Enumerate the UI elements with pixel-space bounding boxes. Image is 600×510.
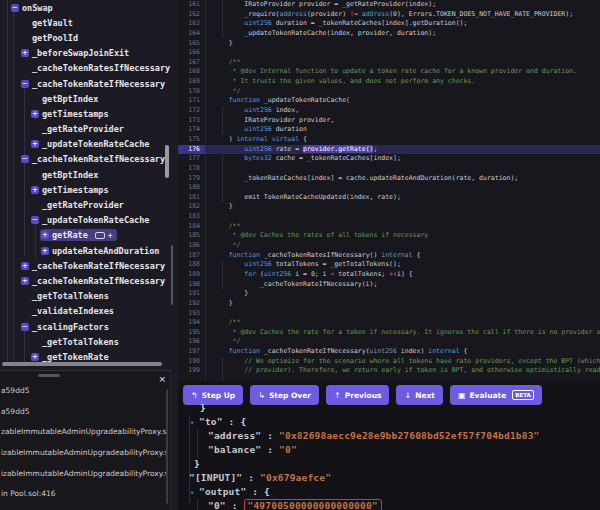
call-trace-item[interactable]: +_cacheTokenRateIfNecessary <box>0 258 178 273</box>
call-inner: _getTotalTokens <box>30 336 123 348</box>
code-text: /** <box>213 222 240 232</box>
expand-icon[interactable]: + <box>31 353 39 361</box>
code-text: // provider). Therefore, we return early… <box>213 366 600 376</box>
expand-icon[interactable]: + <box>31 186 39 194</box>
line-number: 165 <box>178 39 205 49</box>
expand-icon[interactable]: + <box>31 110 39 118</box>
code-text: uint256 duration = _tokenRateCaches[inde… <box>213 19 467 29</box>
call-trace-item[interactable]: −_cacheTokenRateIfNecessary <box>0 76 178 91</box>
collapse-icon[interactable]: − <box>11 4 19 12</box>
call-trace-item[interactable]: −_cacheTokenRateIfNecessary <box>0 152 178 167</box>
call-trace-item[interactable]: _validateIndexes <box>0 304 178 319</box>
json-value: "0x679aefce" <box>260 472 331 483</box>
comment-icon[interactable] <box>95 232 105 239</box>
call-trace-item[interactable]: +getRate+ <box>0 228 178 243</box>
output-value-highlight-box: "49700500000000000000" <box>244 499 382 510</box>
call-trace-label: _getTotalTokens <box>32 291 109 301</box>
json-value: "49700500000000000000" <box>248 500 378 510</box>
code-line: 167 /** <box>178 58 600 68</box>
debug-json-rows: }▾"to" : {"address" : "0x82698aecc9e28e9… <box>178 401 600 510</box>
json-key: "to" <box>199 416 223 427</box>
call-trace-label: onSwap <box>22 3 53 13</box>
call-trace-item[interactable]: _getRateProvider <box>0 122 178 137</box>
line-number: 167 <box>178 58 205 68</box>
evaluate-label: Evaluate <box>470 391 507 400</box>
collapse-arrow-icon[interactable]: ▾ <box>190 486 199 500</box>
call-trace-item[interactable]: getPoolId <box>0 30 178 45</box>
code-text: uint256 rate = provider.getRate(); <box>213 145 377 155</box>
call-trace-item[interactable]: +getTimestamps <box>0 106 178 121</box>
popup-stack-line[interactable]: izableImmutableAdminUpgradeabilityProxy.… <box>1 443 166 464</box>
collapse-icon[interactable]: − <box>21 155 29 163</box>
call-trace-item[interactable]: −onSwap <box>0 0 178 15</box>
call-trace-item[interactable]: _getTotalTokens <box>0 289 178 304</box>
call-trace-item[interactable]: +_updateTokenRateCache <box>0 137 178 152</box>
line-number: 189 <box>178 270 205 280</box>
stack-trace-popup: × a59dd5a59dd5zableImmutableAdminUpgrade… <box>0 370 171 510</box>
call-trace-item[interactable]: getBptIndex <box>0 167 178 182</box>
popup-scrollbar[interactable] <box>166 389 168 504</box>
line-number: 170 <box>178 87 205 97</box>
line-number: 174 <box>178 125 205 135</box>
call-trace-item[interactable]: −_updateTokenRateCache <box>0 213 178 228</box>
call-trace-item[interactable]: _getRateProvider <box>0 197 178 212</box>
code-line: 182 } <box>178 202 600 212</box>
line-number: 199 <box>178 366 205 376</box>
call-trace-item[interactable]: +getTimestamps <box>0 182 178 197</box>
code-line: 171 function _updateTokenRateCache( <box>178 96 600 106</box>
code-line: 187 function _cacheTokenRatesIfNecessary… <box>178 251 600 261</box>
popup-drag-handle[interactable] <box>38 374 60 377</box>
call-trace-item[interactable]: _getTotalTokens <box>0 334 178 349</box>
call-trace-item[interactable]: _cacheTokenRatesIfNecessary <box>0 61 178 76</box>
collapse-icon[interactable]: − <box>31 216 39 224</box>
expand-icon[interactable]: + <box>41 247 49 255</box>
popup-stack-line[interactable]: a59dd5 <box>1 402 166 423</box>
call-trace-item[interactable]: getVault <box>0 15 178 30</box>
call-inner: −_updateTokenRateCache <box>30 214 153 226</box>
popup-stack-line[interactable]: zableImmutableAdminUpgradeabilityProxy.s… <box>1 422 166 443</box>
code-line: 161 IRateProvider provider = _getRatePro… <box>178 0 600 10</box>
call-trace-label: getTimestamps <box>42 109 109 119</box>
line-number: 191 <box>178 289 205 299</box>
call-trace-item[interactable]: +_beforeSwapJoinExit <box>0 46 178 61</box>
call-trace-label: _getTokenRate <box>42 352 109 362</box>
code-text: function _cacheTokenRatesIfNecessary() i… <box>213 251 420 261</box>
expand-icon[interactable]: + <box>21 277 29 285</box>
expand-icon[interactable]: + <box>31 140 39 148</box>
collapse-arrow-icon[interactable]: ▾ <box>190 416 199 430</box>
line-number: 177 <box>178 154 205 164</box>
line-number: 176 <box>178 145 205 155</box>
line-number: 163 <box>178 19 205 29</box>
line-number: 195 <box>178 328 205 338</box>
call-trace-item[interactable]: +updateRateAndDuration <box>0 243 178 258</box>
call-trace-item[interactable]: +_cacheTokenRateIfNecessary <box>0 273 178 288</box>
tree-vertical-scrollbar[interactable] <box>165 145 169 178</box>
json-row: } <box>178 457 600 471</box>
collapse-icon[interactable]: − <box>21 323 29 331</box>
expand-icon[interactable]: + <box>21 262 29 270</box>
popup-stack-line[interactable]: izableImmutableAdminUpgradeabilityProxy.… <box>1 464 166 485</box>
expand-icon[interactable]: + <box>41 231 49 239</box>
call-trace-item[interactable]: −_scalingFactors <box>0 319 178 334</box>
call-trace-label: _cacheTokenRateIfNecessary <box>32 261 165 271</box>
code-line: 191 } <box>178 289 600 299</box>
call-trace-label: _cacheTokenRateIfNecessary <box>32 79 165 89</box>
json-brace: : <box>261 430 279 441</box>
call-trace-item[interactable]: getBptIndex <box>0 91 178 106</box>
code-line: 183 <box>178 212 600 222</box>
code-line: 192 } <box>178 299 600 309</box>
add-comment-icon[interactable]: + <box>108 231 113 240</box>
expand-icon[interactable]: + <box>21 49 29 57</box>
code-text: } <box>213 299 233 309</box>
call-trace-label: _getRateProvider <box>42 124 124 134</box>
popup-stack-line[interactable]: in Pool.sol:416 <box>1 484 166 505</box>
line-number: 193 <box>178 309 205 319</box>
line-number: 188 <box>178 260 205 270</box>
line-number: 190 <box>178 280 205 290</box>
tree-vertical-scrollbar-secondary[interactable] <box>171 245 173 305</box>
popup-lines: a59dd5a59dd5zableImmutableAdminUpgradeab… <box>1 381 166 505</box>
collapse-icon[interactable]: − <box>21 80 29 88</box>
tree-horizontal-scrollbar[interactable] <box>2 362 162 366</box>
json-brace: : <box>226 500 244 510</box>
popup-stack-line[interactable]: a59dd5 <box>1 381 166 402</box>
